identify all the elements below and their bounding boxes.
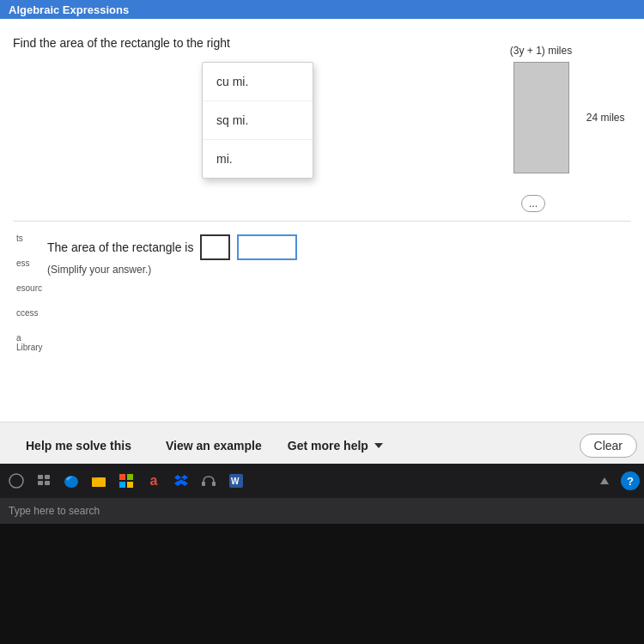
svg-point-0 — [9, 474, 23, 488]
bottom-toolbar: Help me solve this View an example Get m… — [0, 422, 644, 469]
main-content: ts ess esourc ccess a Library Find the a… — [0, 19, 644, 422]
svg-rect-1 — [38, 475, 43, 479]
black-area — [0, 524, 644, 644]
svg-marker-20 — [600, 477, 609, 484]
answer-area: The area of the rectangle is (Simplify y… — [13, 226, 631, 284]
get-more-help-button[interactable]: Get more help — [279, 439, 392, 453]
rectangle-container: (3y + 1) miles 24 miles — [513, 62, 569, 173]
svg-rect-3 — [38, 481, 43, 485]
dimension-top: (3y + 1) miles — [510, 45, 572, 57]
search-bar[interactable]: Type here to search — [0, 498, 644, 524]
answer-input[interactable] — [237, 234, 297, 260]
problem-question: Find the area of the rectangle to the ri… — [13, 36, 459, 50]
taskbar-dropbox-icon[interactable] — [169, 469, 193, 493]
svg-text:W: W — [231, 477, 240, 486]
taskbar-headphones-icon[interactable] — [197, 469, 221, 493]
app-container: Algebraic Expressions ts ess esourc cces… — [0, 0, 644, 498]
svg-rect-4 — [45, 481, 50, 485]
svg-rect-2 — [45, 475, 50, 479]
answer-row: The area of the rectangle is — [47, 234, 597, 260]
svg-point-5 — [64, 476, 78, 488]
svg-marker-11 — [174, 475, 181, 480]
clear-button[interactable]: Clear — [580, 434, 637, 458]
taskbar-windows-store-icon[interactable] — [114, 469, 138, 493]
svg-marker-12 — [181, 475, 188, 480]
dropdown-item-mi[interactable]: mi. — [203, 140, 313, 178]
problem-text-section: Find the area of the rectangle to the ri… — [13, 36, 477, 216]
svg-rect-9 — [119, 482, 125, 488]
svg-rect-7 — [119, 474, 125, 480]
divider — [13, 221, 631, 222]
svg-rect-16 — [202, 482, 205, 486]
taskbar-help-icon[interactable]: ? — [621, 471, 640, 490]
taskbar-search-icon[interactable] — [4, 469, 28, 493]
diagram-section: (3y + 1) miles 24 miles — [477, 36, 631, 216]
header-title: Algebraic Expressions — [9, 3, 129, 16]
ellipsis-button[interactable]: ... — [521, 195, 545, 212]
taskbar-up-arrow-icon[interactable] — [592, 469, 617, 493]
header-bar: Algebraic Expressions — [0, 0, 644, 19]
problem-area: ts ess esourc ccess a Library Find the a… — [13, 27, 631, 216]
svg-rect-10 — [127, 482, 133, 488]
search-placeholder-text: Type here to search — [9, 505, 100, 517]
svg-rect-17 — [212, 482, 216, 486]
taskbar-edge-icon[interactable] — [59, 469, 83, 493]
taskbar-explorer-icon[interactable] — [87, 469, 111, 493]
sidebar-label-ess: ess — [13, 258, 47, 268]
taskbar-word-icon[interactable]: W — [224, 469, 248, 493]
dropdown-item-cu-mi[interactable]: cu mi. — [203, 63, 313, 101]
answer-prefix-text: The area of the rectangle is — [47, 240, 193, 254]
svg-rect-8 — [127, 474, 133, 480]
taskbar-right: ? — [592, 469, 640, 493]
dimension-right: 24 miles — [586, 112, 625, 124]
help-me-solve-button[interactable]: Help me solve this — [9, 439, 149, 453]
simplify-note: (Simplify your answer.) — [47, 264, 151, 276]
view-example-button[interactable]: View an example — [149, 439, 279, 453]
rectangle-shape — [513, 62, 569, 173]
sidebar-label-ccess: ccess — [13, 308, 47, 318]
sidebar-labels: ts ess esourc ccess a Library — [13, 234, 47, 352]
answer-box — [200, 234, 230, 260]
taskbar: a W ? — [0, 464, 644, 498]
chevron-down-icon — [374, 443, 383, 448]
sidebar-label-library: a Library — [13, 333, 47, 352]
dropdown-menu: cu mi. sq mi. mi. — [202, 62, 313, 179]
sidebar-label-esourc: esourc — [13, 283, 47, 293]
taskbar-a-icon[interactable]: a — [142, 469, 166, 493]
simplify-row: (Simplify your answer.) — [47, 264, 597, 276]
dropdown-item-sq-mi[interactable]: sq mi. — [203, 101, 313, 140]
sidebar-label-ts: ts — [13, 234, 47, 243]
taskbar-task-view-icon[interactable] — [32, 469, 56, 493]
